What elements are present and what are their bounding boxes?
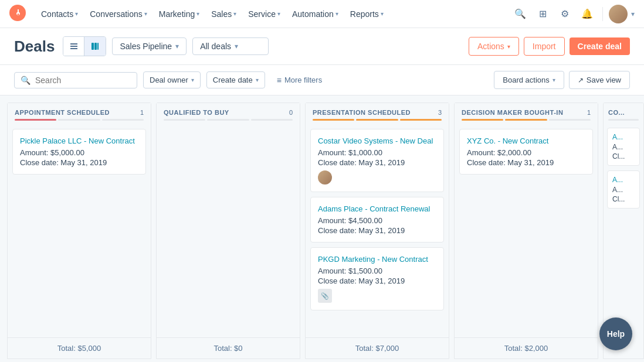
column-presentation-scheduled: PRESENTATION SCHEDULED 3 Costar Video Sy… (305, 103, 449, 359)
col-title: QUALIFIED TO BUY (164, 109, 229, 116)
deal-close-date: Close date: May 31, 2019 (20, 158, 138, 167)
col-header: APPOINTMENT SCHEDULED 1 (8, 103, 151, 124)
svg-rect-1 (70, 43, 77, 45)
col-count: 3 (438, 109, 442, 116)
col-header: DECISION MAKER BOUGHT-IN 1 (455, 103, 598, 124)
nav-items: Contacts▾ Conversations▾ Marketing▾ Sale… (35, 0, 511, 28)
nav-item-service[interactable]: Service▾ (242, 0, 286, 28)
svg-rect-2 (70, 46, 77, 47)
settings-icon[interactable]: ⚙ (555, 5, 574, 23)
hubspot-logo[interactable] (9, 5, 26, 23)
help-button[interactable]: Help (599, 317, 632, 350)
import-button[interactable]: Import (524, 37, 565, 56)
deal-card[interactable]: Pickle Palace LLC - New Contract Amount:… (12, 129, 146, 175)
deal-card[interactable]: A... A... Cl... (607, 128, 640, 166)
col-title: CO... (608, 109, 625, 116)
nav-item-conversations[interactable]: Conversations▾ (84, 0, 153, 28)
nav-right: 🔍 ⊞ ⚙ 🔔 ▾ (511, 5, 635, 23)
col-count: 1 (587, 109, 591, 116)
notifications-icon[interactable]: 🔔 (578, 5, 596, 23)
nav-item-marketing[interactable]: Marketing▾ (153, 0, 205, 28)
deal-title[interactable]: Adams Place - Contract Renewal (318, 204, 436, 213)
deal-card[interactable]: Adams Place - Contract Renewal Amount: $… (310, 197, 444, 243)
save-view-button[interactable]: ↗ Save view (569, 71, 630, 89)
column-appointment-scheduled: APPOINTMENT SCHEDULED 1 Pickle Palace LL… (7, 103, 151, 359)
deal-close-date: Close date: May 31, 2019 (318, 276, 436, 285)
nav-item-sales[interactable]: Sales▾ (205, 0, 242, 28)
deal-amount: A... (612, 186, 635, 194)
board-actions-button[interactable]: Board actions ▾ (494, 71, 564, 89)
svg-rect-5 (94, 43, 97, 50)
deal-title[interactable]: PKGD Marketing - New Contract (318, 255, 436, 264)
col-header: CO... (604, 103, 643, 124)
deal-close-date: Close date: May 31, 2019 (318, 226, 436, 235)
col-header: QUALIFIED TO BUY 0 (157, 103, 300, 124)
list-view-button[interactable] (63, 37, 84, 56)
nav-item-automation[interactable]: Automation▾ (286, 0, 344, 28)
top-nav: Contacts▾ Conversations▾ Marketing▾ Sale… (0, 0, 644, 28)
deals-filter-selector[interactable]: All deals ▾ (192, 37, 269, 55)
col-footer: Total: $7,000 (306, 337, 449, 358)
deal-card[interactable]: Costar Video Systems - New Deal Amount: … (310, 129, 444, 192)
deal-card[interactable]: XYZ Co. - New Contract Amount: $2,000.00… (459, 129, 593, 175)
header-actions: Actions ▾ Import Create deal (469, 37, 630, 56)
deal-card[interactable]: A... A... Cl... (607, 170, 640, 209)
col-progress-bars (462, 119, 591, 121)
svg-rect-4 (91, 43, 94, 50)
filter-bar: 🔍 Deal owner ▾ Create date ▾ ≡ More filt… (0, 65, 644, 95)
search-icon: 🔍 (21, 76, 30, 85)
actions-button[interactable]: Actions ▾ (469, 37, 519, 56)
pipeline-selector[interactable]: Sales Pipeline ▾ (112, 37, 187, 55)
deal-assignee-avatar (318, 170, 332, 185)
col-title: PRESENTATION SCHEDULED (313, 109, 411, 116)
deal-title[interactable]: Costar Video Systems - New Deal (318, 136, 436, 145)
create-date-filter[interactable]: Create date ▾ (206, 71, 265, 88)
search-input[interactable] (35, 76, 131, 85)
col-progress-bars (164, 119, 293, 121)
account-expand-icon[interactable]: ▾ (631, 10, 635, 18)
deal-attachment-icon: 📎 (318, 289, 332, 303)
avatar[interactable] (609, 5, 628, 23)
deal-amount: Amount: $5,000.00 (20, 148, 138, 157)
deal-close-date: Cl... (612, 195, 635, 203)
col-progress-bars (313, 119, 442, 121)
column-decision-maker: DECISION MAKER BOUGHT-IN 1 XYZ Co. - New… (454, 103, 598, 359)
deal-close-date: Close date: May 31, 2019 (467, 158, 585, 167)
search-icon-nav[interactable]: 🔍 (511, 5, 530, 23)
deal-close-date: Cl... (612, 152, 635, 160)
deal-title[interactable]: A... (612, 176, 635, 184)
create-deal-button[interactable]: Create deal (570, 37, 630, 55)
deal-title[interactable]: Pickle Palace LLC - New Contract (20, 136, 138, 145)
deal-title[interactable]: XYZ Co. - New Contract (467, 136, 585, 145)
col-cards (157, 124, 300, 337)
more-filters-button[interactable]: ≡ More filters (271, 72, 328, 88)
col-cards: XYZ Co. - New Contract Amount: $2,000.00… (455, 124, 598, 337)
view-toggle (63, 36, 106, 56)
column-qualified-to-buy: QUALIFIED TO BUY 0 Total: $0 (156, 103, 300, 359)
deal-amount: Amount: $4,500.00 (318, 216, 436, 225)
col-progress-bars (15, 119, 144, 121)
nav-item-contacts[interactable]: Contacts▾ (35, 0, 84, 28)
svg-rect-3 (70, 48, 77, 49)
col-cards: Costar Video Systems - New Deal Amount: … (306, 124, 449, 337)
deal-title[interactable]: A... (612, 133, 635, 141)
svg-rect-6 (97, 43, 99, 50)
search-box[interactable]: 🔍 (14, 72, 137, 88)
deal-amount: Amount: $1,500.00 (318, 267, 436, 275)
deal-amount: A... (612, 143, 635, 151)
marketplace-icon[interactable]: ⊞ (533, 5, 552, 23)
nav-divider (602, 7, 603, 21)
deal-amount: Amount: $2,000.00 (467, 148, 585, 157)
col-progress-bars (608, 119, 639, 121)
col-cards: Pickle Palace LLC - New Contract Amount:… (8, 124, 151, 337)
col-title: APPOINTMENT SCHEDULED (15, 109, 110, 116)
board-view-button[interactable] (84, 37, 106, 56)
nav-item-reports[interactable]: Reports▾ (344, 0, 389, 28)
deal-close-date: Close date: May 31, 2019 (318, 158, 436, 167)
col-title: DECISION MAKER BOUGHT-IN (462, 109, 563, 116)
col-footer: Total: $2,000 (455, 337, 598, 358)
col-footer: Total: $0 (157, 337, 300, 358)
deal-card[interactable]: PKGD Marketing - New Contract Amount: $1… (310, 247, 444, 310)
deal-owner-filter[interactable]: Deal owner ▾ (143, 71, 201, 88)
deal-amount: Amount: $1,000.00 (318, 148, 436, 157)
